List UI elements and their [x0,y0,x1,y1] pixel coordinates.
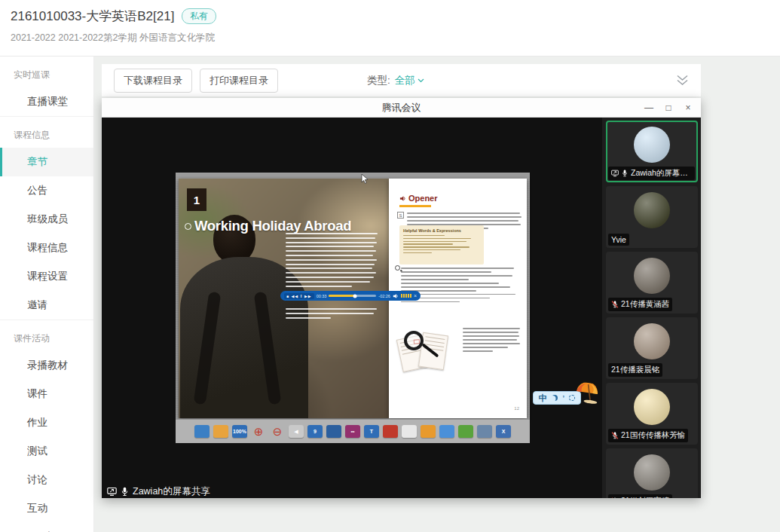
screen-share-icon [611,170,619,177]
helpful-words-box: Helpful Words & Expressions [399,225,484,264]
sidebar-section: 实时巡课直播课堂 [0,57,93,116]
text-line [407,220,518,222]
participant-tile[interactable]: 21传播黄涵茜 [606,252,698,313]
text-line [286,233,378,234]
text-line [286,313,374,314]
participant-name: 21媒创周宇婷 [621,496,669,498]
print-catalog-button[interactable]: 打印课程目录 [200,69,278,93]
sidebar-item[interactable]: 课程设置 [0,262,93,291]
sidebar-item[interactable]: 邀请 [0,291,93,320]
participant-tile[interactable]: 21传播裴晨铭 [606,317,698,379]
sidebar-item[interactable]: 录播教材 [0,351,93,380]
participant-avatar [634,192,670,228]
player-remaining: -02:26 [378,294,390,298]
shared-screen-video: 1 Working Holiday Abroad Opener [102,118,602,498]
sidebar: 实时巡课直播课堂课程信息章节公告班级成员课程信息课程设置邀请课件活动录播教材课件… [0,57,94,532]
text-line [401,275,512,277]
download-catalog-button[interactable]: 下载课程目录 [114,69,192,93]
body-text-lines [286,308,382,321]
participant-name: 21传播黄涵茜 [621,299,669,310]
pencil-icon [458,425,473,438]
opener-underline [399,205,431,207]
participant-tile[interactable]: Zawiah的屏幕共享 [606,121,698,182]
unit-title-text: Working Holiday Abroad [194,218,351,234]
mic-icon [621,170,629,177]
chapter-toolbar: 下载课程目录 打印课程目录 类型: 全部 [102,64,701,96]
sidebar-item[interactable]: 作业 [0,408,93,437]
vocab-lines [403,235,480,253]
text-tool-icon: T [364,425,379,438]
text-line [286,264,375,265]
sidebar-section-label: 课程信息 [0,121,93,148]
sidebar-section: 课件活动录播教材课件作业测试讨论互动点名记录 [0,320,93,532]
text-line [286,246,374,247]
mic-muted-icon [611,497,619,498]
course-header: 2161010033-大学英语B2[21] 私有 2021-2022 2021-… [0,0,780,57]
participant-name: Zawiah的屏幕共享 [631,168,692,179]
text-line [407,212,520,214]
unit-title: Working Holiday Abroad [185,218,387,234]
text-line [286,281,370,283]
participant-name: 21传播裴晨铭 [611,365,659,375]
text-line [403,238,471,239]
sidebar-item[interactable]: 点名记录 [0,523,93,532]
ebook-toolbar: 100%⊕⊖◀9∞TX [176,419,530,443]
text-line [407,216,522,218]
zoom-level-icon: 100% [232,425,247,438]
text-line [286,317,331,319]
participant-avatar [634,258,670,294]
sidebar-item[interactable]: 课件 [0,380,93,408]
monitor-icon [477,425,492,438]
sidebar-item[interactable]: 互动 [0,494,93,523]
meeting-window: 腾讯会议 — □ × 1 [102,98,701,498]
text-line [286,255,373,256]
minimize-button[interactable]: — [639,102,659,113]
sidebar-section-label: 课件活动 [0,325,93,351]
sidebar-item[interactable]: 课程信息 [0,234,93,262]
participant-name: 21国传传播林芳愉 [621,430,685,441]
unit-number-box: 1 [187,188,206,211]
beach-umbrella-graphic [573,381,601,405]
zoom-in-icon: ⊕ [251,425,266,438]
participant-strip: Zawiah的屏幕共享 Yvie 21传播黄涵茜 21传播裴晨铭 [602,118,701,498]
player-progress-fill [329,295,355,297]
participant-tile[interactable]: Yvie [606,186,698,248]
ime-language-indicator: 中 [538,394,546,402]
sidebar-item[interactable]: 讨论 [0,466,93,494]
page-indicator-icon: 9 [307,425,323,438]
participant-tile[interactable]: 21国传传播林芳愉 [606,383,698,445]
sidebar-item[interactable]: 测试 [0,437,93,466]
documents-illustration [398,329,452,373]
text-line [463,347,508,348]
text-line [463,339,517,341]
speaker-icon [399,195,406,202]
sidebar-item[interactable]: 直播课堂 [0,87,93,116]
participant-avatar [634,454,670,491]
participant-name: Yvie [611,235,626,244]
sidebar-item[interactable]: 公告 [0,176,93,205]
opener-text: Opener [408,194,438,203]
type-dropdown[interactable]: 全部 [395,74,424,87]
meeting-body: 1 Working Holiday Abroad Opener [102,118,701,498]
shared-desktop: 1 Working Holiday Abroad Opener [176,173,530,443]
participant-avatar [634,389,670,425]
sidebar-item[interactable]: 班级成员 [0,205,93,234]
task-letter: S [399,213,402,218]
type-label: 类型: [367,74,390,87]
participant-label: Yvie [608,234,629,246]
close-button[interactable]: × [678,102,698,113]
maximize-button[interactable]: □ [659,102,678,113]
whiteboard-icon [402,425,417,438]
mic-icon [120,487,130,497]
collapse-double-chevron-icon[interactable] [676,75,689,86]
pen-icon [326,425,341,438]
text-line [286,250,376,252]
meeting-titlebar[interactable]: 腾讯会议 — □ × [102,98,701,118]
text-line [403,252,432,253]
window-controls: — □ × [639,98,698,118]
links-icon: ∞ [345,425,360,438]
participant-tile[interactable]: 21媒创周宇婷 [606,448,698,498]
sidebar-item[interactable]: 章节 [0,148,93,176]
text-line [401,283,499,284]
text-line [463,350,493,352]
